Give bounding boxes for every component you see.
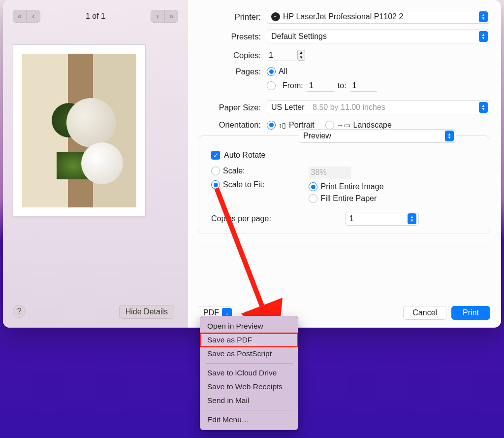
fill-paper-label: Fill Entire Paper — [320, 194, 377, 203]
auto-rotate-checkbox[interactable]: ✓ — [211, 151, 220, 160]
nav-back-group: « ‹ — [13, 10, 40, 23]
presets-value: Default Settings — [271, 32, 327, 41]
scale-to-fit-label: Scale to Fit: — [223, 180, 264, 189]
cancel-button[interactable]: Cancel — [403, 306, 446, 320]
divider — [198, 246, 490, 246]
stepper-up-icon[interactable]: ▲ — [297, 50, 305, 55]
pages-all-label: All — [279, 67, 287, 76]
nav-fwd-group: › » — [151, 10, 178, 23]
scale-radio[interactable] — [211, 167, 220, 175]
last-page-button[interactable]: » — [164, 10, 178, 23]
menu-edit-menu[interactable]: Edit Menu… — [200, 413, 298, 427]
landscape-radio[interactable] — [325, 121, 334, 130]
paper-size-value: US Letter — [271, 103, 305, 112]
dropdown-caret-icon: ▲▼ — [479, 102, 488, 113]
orientation-label: Orientation: — [198, 120, 267, 130]
copies-input[interactable] — [267, 49, 296, 61]
landscape-icon: ↔▭ — [337, 121, 350, 129]
menu-separator — [205, 363, 293, 364]
print-entire-label: Print Entire Image — [320, 182, 383, 191]
page-indicator: 1 of 1 — [86, 12, 105, 21]
menu-send-in-mail[interactable]: Send in Mail — [200, 394, 298, 407]
copies-stepper[interactable]: ▲ ▼ — [297, 50, 305, 61]
presets-label: Presets: — [198, 32, 267, 41]
portrait-radio[interactable] — [267, 121, 276, 130]
copies-per-page-label: Copies per page: — [211, 214, 271, 223]
stepper-down-icon[interactable]: ▼ — [297, 55, 305, 61]
preview-thumbnail — [13, 44, 146, 217]
menu-open-preview[interactable]: Open in Preview — [200, 319, 298, 333]
paper-size-hint: 8.50 by 11.00 inches — [313, 103, 385, 112]
pdf-dropdown-menu: Open in Preview Save as PDF Save as Post… — [200, 316, 298, 430]
scale-label: Scale: — [223, 167, 245, 175]
print-dialog: « ‹ 1 of 1 › » ? Hide Details Printer: — [3, 0, 501, 328]
menu-separator — [205, 410, 293, 410]
paper-size-select[interactable]: US Letter 8.50 by 11.00 inches ▲▼ — [267, 101, 490, 114]
section-select[interactable]: Preview ▲▼ — [299, 129, 456, 143]
auto-rotate-label: Auto Rotate — [224, 151, 266, 160]
menu-save-icloud[interactable]: Save to iCloud Drive — [200, 366, 298, 380]
paper-size-label: Paper Size: — [198, 103, 267, 112]
first-page-button[interactable]: « — [13, 10, 27, 23]
portrait-label: Portrait — [289, 121, 315, 130]
settings-pane: Printer: ~ HP LaserJet Professional P110… — [188, 0, 501, 328]
preview-image — [22, 54, 136, 207]
scale-percent-input — [309, 167, 351, 178]
printer-select[interactable]: ~ HP LaserJet Professional P1102 2 ▲▼ — [267, 10, 490, 24]
scale-to-fit-radio[interactable] — [211, 180, 220, 189]
menu-save-as-postscript[interactable]: Save as PostScript — [200, 347, 298, 361]
landscape-label: Landscape — [353, 121, 392, 130]
section-value: Preview — [303, 132, 331, 140]
menu-save-web-receipts[interactable]: Save to Web Receipts — [200, 380, 298, 394]
pages-from-label: From: — [283, 81, 303, 90]
print-entire-radio[interactable] — [309, 182, 317, 191]
presets-select[interactable]: Default Settings ▲▼ — [267, 30, 490, 43]
menu-save-as-pdf[interactable]: Save as PDF — [200, 333, 298, 347]
copies-per-page-value: 1 — [349, 214, 354, 223]
fill-paper-radio[interactable] — [309, 194, 317, 203]
printer-value: HP LaserJet Professional P1102 2 — [283, 12, 403, 21]
pages-from-input[interactable] — [307, 80, 334, 92]
dropdown-caret-icon: ▲▼ — [479, 11, 488, 22]
copies-per-page-select[interactable]: 1 ▲▼ — [345, 212, 419, 226]
dropdown-caret-icon: ▲▼ — [445, 131, 454, 141]
pages-range-radio[interactable] — [267, 81, 276, 90]
pages-to-input[interactable] — [350, 80, 377, 92]
pages-label: Pages: — [198, 67, 267, 76]
copies-label: Copies: — [198, 51, 267, 60]
hide-details-button[interactable]: Hide Details — [119, 305, 174, 319]
preview-pane: « ‹ 1 of 1 › » ? Hide Details — [3, 0, 188, 328]
printer-label: Printer: — [198, 12, 267, 22]
pages-to-label: to: — [338, 81, 346, 90]
pages-options: All From: to: — [267, 67, 377, 92]
app-options-panel: Preview ▲▼ ✓ Auto Rotate Scale: Scale to… — [198, 135, 490, 234]
printer-status-icon: ~ — [271, 12, 280, 21]
page-nav: « ‹ 1 of 1 › » — [13, 9, 178, 24]
pages-all-radio[interactable] — [267, 67, 276, 76]
print-button[interactable]: Print — [451, 306, 490, 320]
help-button[interactable]: ? — [13, 305, 26, 318]
dropdown-caret-icon: ▲▼ — [408, 213, 416, 224]
portrait-icon: ↕▯ — [279, 121, 286, 129]
prev-page-button[interactable]: ‹ — [27, 10, 40, 23]
next-page-button[interactable]: › — [151, 10, 164, 23]
dropdown-caret-icon: ▲▼ — [479, 31, 488, 42]
